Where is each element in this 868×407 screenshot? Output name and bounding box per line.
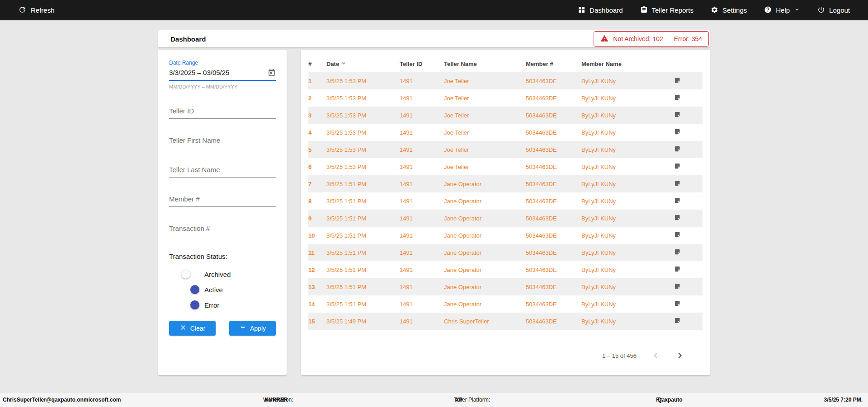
table-row[interactable]: 6 3/5/25 1:53 PM 1491 Joe Teller 5034463… — [308, 158, 703, 175]
note-icon[interactable] — [674, 266, 681, 272]
date-cell: 3/5/25 1:51 PM — [326, 249, 400, 256]
table-row[interactable]: 4 3/5/25 1:53 PM 1491 Joe Teller 5034463… — [308, 124, 703, 141]
date-cell: 3/5/25 1:53 PM — [326, 146, 400, 153]
teller-name-cell: Joe Teller — [444, 112, 526, 119]
teller-id-cell: 1491 — [400, 232, 444, 239]
member-num-cell: 5034463DE — [526, 249, 581, 256]
teller-id-cell: 1491 — [400, 95, 444, 102]
col-date-sort[interactable]: Date — [326, 60, 400, 68]
note-icon[interactable] — [674, 163, 681, 169]
member-num-cell: 5034463DE — [526, 181, 581, 187]
table-row[interactable]: 14 3/5/25 1:51 PM 1491 Jane Operator 503… — [308, 295, 703, 313]
teller-id-cell: 1491 — [400, 301, 444, 308]
filter-panel: Date Range MM/DD/YYYY – MM/DD/YYYY — [158, 50, 287, 375]
note-icon[interactable] — [674, 128, 681, 135]
date-cell: 3/5/25 1:51 PM — [326, 284, 400, 290]
row-num-cell: 5 — [308, 146, 326, 153]
teller-first-name-input[interactable] — [169, 136, 276, 144]
teller-id-cell: 1491 — [400, 146, 444, 153]
member-name-cell: ByLyJI KUNy — [581, 301, 660, 308]
nav-dashboard[interactable]: Dashboard — [578, 6, 623, 15]
table-row[interactable]: 3 3/5/25 1:53 PM 1491 Joe Teller 5034463… — [308, 107, 703, 124]
date-cell: 3/5/25 1:51 PM — [326, 198, 400, 205]
active-toggle[interactable] — [183, 286, 198, 293]
note-icon[interactable] — [674, 111, 681, 118]
note-icon[interactable] — [674, 231, 681, 238]
table-row[interactable]: 9 3/5/25 1:51 PM 1491 Jane Operator 5034… — [308, 210, 703, 227]
refresh-button[interactable]: Refresh — [18, 5, 55, 15]
note-icon[interactable] — [674, 197, 681, 204]
note-icon[interactable] — [674, 214, 681, 221]
previous-page-button[interactable] — [650, 350, 661, 361]
table-row[interactable]: 2 3/5/25 1:53 PM 1491 Joe Teller 5034463… — [308, 89, 703, 107]
note-icon[interactable] — [674, 317, 681, 324]
member-num-cell: 5034463DE — [526, 198, 581, 205]
sort-down-icon — [340, 60, 347, 68]
transaction-number-field — [169, 225, 276, 236]
member-num-cell: 5034463DE — [526, 112, 581, 119]
alert-banner: Not Archived: 102 Error: 354 — [594, 31, 709, 47]
archived-toggle[interactable] — [183, 271, 198, 277]
table-row[interactable]: 8 3/5/25 1:51 PM 1491 Jane Operator 5034… — [308, 192, 703, 210]
table-row[interactable]: 12 3/5/25 1:51 PM 1491 Jane Operator 503… — [308, 261, 703, 278]
footer-workstation: Workstation: KURRER — [263, 393, 288, 407]
note-icon[interactable] — [674, 248, 681, 255]
nav-help-label: Help — [776, 6, 790, 14]
note-icon[interactable] — [674, 180, 681, 187]
teller-last-name-input[interactable] — [169, 166, 276, 173]
table-row[interactable]: 10 3/5/25 1:51 PM 1491 Jane Operator 503… — [308, 227, 703, 244]
col-member-num: Member # — [526, 61, 581, 67]
row-num-cell: 8 — [308, 198, 326, 205]
col-member-name: Member Name — [581, 61, 660, 67]
table-row[interactable]: 1 3/5/25 1:53 PM 1491 Joe Teller 5034463… — [308, 72, 703, 89]
date-cell: 3/5/25 1:53 PM — [326, 129, 400, 136]
teller-id-field — [169, 107, 276, 119]
member-name-cell: ByLyJI KUNy — [581, 232, 660, 239]
table-row[interactable]: 7 3/5/25 1:51 PM 1491 Jane Operator 5034… — [308, 175, 703, 192]
teller-id-cell: 1491 — [400, 215, 444, 222]
footer-fi: FI: Qaxpauto — [656, 393, 683, 407]
clear-button-label: Clear — [190, 325, 205, 332]
date-range-helper: MM/DD/YYYY – MM/DD/YYYY — [169, 84, 276, 89]
note-icon[interactable] — [674, 145, 681, 152]
member-name-cell: ByLyJI KUNy — [581, 318, 660, 325]
nav-help[interactable]: Help — [764, 6, 800, 15]
table-row[interactable]: 15 3/5/25 1:49 PM 1491 Chris SuperTeller… — [308, 313, 703, 330]
help-icon — [764, 6, 772, 15]
date-range-input[interactable] — [169, 69, 259, 76]
next-page-button[interactable] — [675, 350, 685, 361]
footer-teller-platform: Teller Platform: XP — [454, 393, 462, 407]
power-icon — [817, 6, 825, 15]
note-icon[interactable] — [674, 300, 681, 307]
note-icon[interactable] — [674, 283, 681, 290]
teller-name-cell: Joe Teller — [444, 146, 526, 153]
table-row[interactable]: 13 3/5/25 1:51 PM 1491 Jane Operator 503… — [308, 278, 703, 295]
note-icon[interactable] — [674, 77, 681, 84]
toggle-row-archived: Archived — [183, 267, 276, 282]
active-toggle-label: Active — [204, 286, 223, 294]
calendar-icon[interactable] — [268, 69, 276, 79]
apply-button[interactable]: Apply — [229, 321, 276, 336]
teller-first-name-field — [169, 136, 276, 148]
date-range-field — [169, 69, 276, 81]
clear-button[interactable]: Clear — [169, 321, 216, 336]
teller-id-input[interactable] — [169, 107, 276, 115]
nav-logout[interactable]: Logout — [817, 6, 850, 15]
teller-name-cell: Jane Operator — [444, 267, 526, 273]
teller-name-cell: Joe Teller — [444, 129, 526, 136]
note-icon[interactable] — [674, 94, 681, 101]
member-number-input[interactable] — [169, 195, 276, 203]
row-num-cell: 13 — [308, 284, 326, 290]
table-row[interactable]: 5 3/5/25 1:53 PM 1491 Joe Teller 5034463… — [308, 141, 703, 158]
results-panel: # Date Teller ID Teller Name Member # Me… — [301, 50, 710, 375]
transaction-number-input[interactable] — [169, 225, 276, 232]
row-num-cell: 2 — [308, 95, 326, 102]
top-bar: Refresh Dashboard Teller Reports Setting… — [0, 0, 868, 20]
table-row[interactable]: 11 3/5/25 1:51 PM 1491 Jane Operator 503… — [308, 244, 703, 261]
col-teller-id: Teller ID — [400, 61, 444, 67]
member-num-cell: 5034463DE — [526, 146, 581, 153]
page-header: Dashboard Not Archived: 102 Error: 354 — [158, 30, 710, 47]
nav-settings[interactable]: Settings — [711, 6, 747, 15]
nav-teller-reports[interactable]: Teller Reports — [640, 6, 694, 15]
error-toggle[interactable] — [183, 302, 198, 308]
